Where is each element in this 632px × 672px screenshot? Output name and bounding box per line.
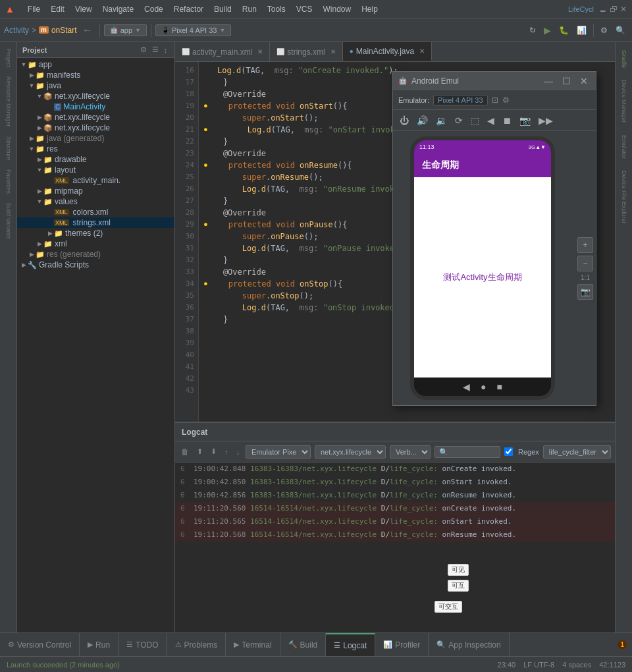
build-variants-icon[interactable]: Build Variants: [4, 199, 13, 243]
logcat-package-filter[interactable]: net.xyx.lifecycle: [315, 445, 386, 459]
emu-rotate-btn[interactable]: ⟳: [452, 114, 465, 127]
bottom-tab-version-control[interactable]: ⚙ Version Control: [0, 633, 80, 656]
phone-home-btn[interactable]: ●: [481, 381, 486, 392]
tree-item-mainactivity[interactable]: C MainActivity: [17, 101, 174, 112]
window-close-icon[interactable]: ✕: [620, 5, 627, 14]
back-arrow-icon[interactable]: ←: [80, 24, 95, 36]
tree-item-manifests[interactable]: ▶ 📁 manifests: [17, 70, 174, 80]
tree-item-res-gen[interactable]: ▶ 📁 res (generated): [17, 249, 174, 260]
gradle-sidebar-icon[interactable]: Gradle: [619, 45, 629, 73]
logcat-scroll-resume-btn[interactable]: ↑: [223, 447, 230, 457]
bottom-tab-terminal[interactable]: ▶ Terminal: [226, 633, 280, 656]
logcat-device-filter[interactable]: Emulator Pixe: [246, 445, 311, 459]
tree-item-mipmap[interactable]: ▶ 📁 mipmap: [17, 186, 174, 196]
logcat-search-input[interactable]: [434, 446, 500, 458]
logcat-scroll-bottom-btn[interactable]: ⬇: [209, 447, 219, 457]
emu-camera-btn[interactable]: 📷: [517, 114, 533, 127]
tree-item-drawable[interactable]: ▶ 📁 drawable: [17, 154, 174, 165]
emulator-close-btn[interactable]: ✕: [577, 76, 591, 86]
bottom-tab-run[interactable]: ▶ Run: [80, 633, 118, 656]
emulator-settings-btn[interactable]: ⚙: [502, 96, 510, 105]
bottom-tab-app-inspection[interactable]: 🔍 App Inspection: [429, 633, 509, 656]
tab-strings-xml[interactable]: ⬜ strings.xml ✕: [270, 42, 342, 61]
tree-item-strings-xml[interactable]: XML strings.xml: [17, 217, 174, 228]
logcat-scroll-top-btn[interactable]: ⬆: [195, 447, 205, 457]
structure-icon[interactable]: Structure: [4, 132, 13, 165]
menu-file[interactable]: File: [22, 3, 45, 15]
window-minimize-icon[interactable]: 🗕: [599, 5, 607, 14]
search-btn[interactable]: 🔍: [613, 24, 628, 36]
emulator-restore-btn[interactable]: ☐: [560, 76, 573, 86]
breadcrumb-root[interactable]: Activity: [4, 26, 29, 35]
settings-btn[interactable]: ⚙: [598, 24, 610, 36]
debug-btn[interactable]: 🐛: [556, 24, 571, 36]
emulator-zoom-in-btn[interactable]: +: [577, 237, 593, 253]
tree-item-app[interactable]: ▼ 📁 app: [17, 59, 174, 70]
menu-build[interactable]: Build: [209, 3, 237, 15]
tab-close-1[interactable]: ✕: [257, 48, 263, 55]
tree-item-xml-folder[interactable]: ▶ 📁 xml: [17, 238, 174, 249]
bottom-tab-profiler[interactable]: 📊 Profiler: [375, 633, 429, 656]
logcat-level-filter[interactable]: Verb...: [390, 445, 431, 459]
bottom-tab-problems[interactable]: ⚠ Problems: [167, 633, 226, 656]
menu-navigate[interactable]: Navigate: [97, 3, 139, 15]
menu-code[interactable]: Code: [139, 3, 169, 15]
menu-window[interactable]: Window: [318, 3, 357, 15]
tree-item-colors-xml[interactable]: XML colors.xml: [17, 207, 174, 217]
tree-item-java[interactable]: ▼ 📁 java: [17, 80, 174, 91]
menu-refactor[interactable]: Refactor: [169, 3, 209, 15]
tree-item-pkg3[interactable]: ▶ 📦 net.xyx.lifecycle: [17, 123, 174, 133]
tree-item-gradle-scripts[interactable]: ▶ 🔧 Gradle Scripts: [17, 260, 174, 270]
resource-manager-icon[interactable]: Resource Manager: [4, 72, 13, 131]
emu-stop-btn[interactable]: ⏹: [500, 114, 514, 127]
menu-tools[interactable]: Tools: [262, 3, 291, 15]
emu-power-btn[interactable]: ⏻: [397, 114, 411, 127]
panel-settings-btn[interactable]: ⚙: [138, 45, 149, 55]
tree-item-pkg1[interactable]: ▼ 📦 net.xyx.lifecycle: [17, 91, 174, 101]
emu-vol-down-btn[interactable]: 🔉: [433, 114, 450, 127]
profile-btn[interactable]: 📊: [574, 24, 589, 36]
tree-item-pkg2[interactable]: ▶ 📦 net.xyx.lifecycle: [17, 112, 174, 123]
run-btn[interactable]: ▶: [541, 24, 554, 37]
panel-collapse-btn[interactable]: ↕: [162, 45, 170, 55]
panel-gear-btn[interactable]: ☰: [150, 45, 161, 55]
tree-item-themes[interactable]: ▶ 📁 themes (2): [17, 228, 174, 238]
phone-recent-btn[interactable]: ■: [497, 381, 502, 392]
window-maximize-icon[interactable]: 🗗: [610, 5, 618, 14]
device-selector[interactable]: 📱 Pixel 4 API 33 ▼: [155, 24, 231, 36]
tab-mainactivity-java[interactable]: ● MainActivity.java ✕: [343, 42, 433, 61]
menu-edit[interactable]: Edit: [45, 3, 70, 15]
logcat-regex-checkbox[interactable]: [504, 447, 513, 456]
menu-view[interactable]: View: [70, 3, 97, 15]
bottom-tab-logcat[interactable]: ☰ Logcat: [326, 633, 375, 656]
emulator-copy-btn[interactable]: ⊡: [492, 96, 498, 105]
menu-help[interactable]: Help: [356, 3, 383, 15]
bottom-tab-build[interactable]: 🔨 Build: [280, 633, 327, 656]
emu-vol-up-btn[interactable]: 🔊: [414, 114, 431, 127]
phone-content[interactable]: 测试Activity生命周期: [414, 177, 551, 378]
emulator-zoom-out-btn[interactable]: −: [577, 256, 593, 271]
tab-activity-main-xml[interactable]: ⬜ activity_main.xml ✕: [175, 42, 270, 61]
project-sidebar-icon[interactable]: Project: [4, 45, 13, 71]
emu-back-btn[interactable]: ◀: [485, 114, 497, 127]
favorites-icon[interactable]: Favorites: [4, 165, 13, 198]
logcat-scroll-pause-btn[interactable]: ↓: [234, 447, 242, 457]
device-file-explorer-icon[interactable]: Device File Explorer: [619, 165, 629, 229]
emulator-sidebar-icon[interactable]: Emulator: [619, 130, 629, 164]
sync-btn[interactable]: ↻: [527, 24, 539, 36]
emu-more-btn[interactable]: ▶▶: [536, 114, 556, 127]
tab-close-2[interactable]: ✕: [330, 48, 336, 55]
emulator-minimize-btn[interactable]: —: [541, 76, 556, 86]
emulator-snapshot-btn[interactable]: 📷: [577, 284, 593, 300]
menu-vcs[interactable]: VCS: [291, 3, 318, 15]
tab-close-3[interactable]: ✕: [419, 47, 425, 55]
run-config-selector[interactable]: 🤖 app ▼: [104, 24, 147, 36]
tree-item-layout[interactable]: ▼ 📁 layout: [17, 165, 174, 175]
tree-item-res[interactable]: ▼ 📁 res: [17, 144, 174, 154]
phone-back-btn[interactable]: ◀: [463, 381, 470, 392]
logcat-content[interactable]: 6 19:00:42.848 16383-16383/net.xyx.lifec…: [175, 462, 615, 632]
logcat-name-filter[interactable]: life_cycle_filter: [543, 445, 611, 459]
bottom-tab-todo[interactable]: ☰ TODO: [118, 633, 167, 656]
tree-item-activity-xml[interactable]: XML activity_main.: [17, 175, 174, 186]
device-manager-icon[interactable]: Device Manager: [619, 74, 629, 128]
